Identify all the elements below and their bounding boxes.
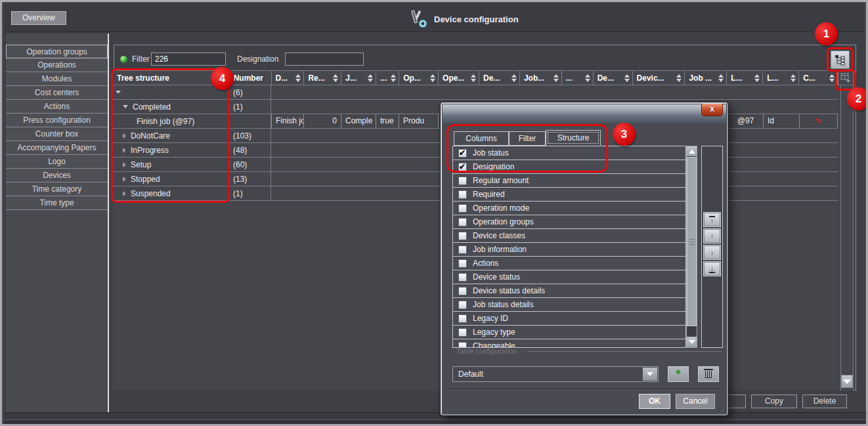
list-scroll-up-button[interactable]: [687, 146, 697, 156]
table-configuration-select[interactable]: Default: [452, 366, 659, 382]
column-checkbox-row[interactable]: Legacy type: [453, 326, 685, 339]
sidebar-item-label: Devices: [43, 171, 71, 180]
sidebar-item[interactable]: Actions: [6, 100, 108, 114]
checkbox[interactable]: [458, 245, 467, 254]
column-header[interactable]: C...: [799, 71, 837, 85]
delete-button[interactable]: Delete: [802, 394, 847, 408]
copy-button[interactable]: Copy: [751, 394, 797, 408]
column-checkbox-row[interactable]: Actions: [453, 257, 685, 270]
sidebar-item-label: Operation groups: [26, 47, 87, 56]
checkbox[interactable]: [458, 273, 467, 282]
move-to-top-button[interactable]: ↑: [704, 213, 720, 226]
dialog-close-button[interactable]: x: [701, 104, 723, 116]
checkbox[interactable]: [458, 204, 467, 213]
sort-icon[interactable]: [585, 74, 590, 82]
column-header[interactable]: Number: [230, 71, 272, 85]
move-to-bottom-button[interactable]: ↓: [704, 262, 720, 276]
column-checkbox-row[interactable]: Required: [453, 188, 685, 202]
number-cell: (13): [229, 172, 271, 186]
sidebar-item[interactable]: Accompanying Papers: [6, 141, 108, 155]
column-header[interactable]: J...: [341, 71, 376, 85]
sort-icon[interactable]: [829, 74, 835, 82]
checkbox-label: Legacy type: [473, 328, 515, 337]
designation-input[interactable]: [285, 53, 364, 66]
sort-icon[interactable]: [368, 74, 373, 82]
sidebar-item[interactable]: Modules: [6, 72, 108, 86]
sort-icon[interactable]: [511, 74, 517, 82]
column-header[interactable]: Job ...: [685, 71, 727, 85]
checkbox[interactable]: [458, 301, 467, 309]
list-scroll-thumb[interactable]: [687, 157, 697, 326]
sidebar-item-label: Modules: [42, 74, 72, 83]
sort-icon[interactable]: [430, 74, 435, 82]
save-configuration-button[interactable]: *: [668, 366, 689, 382]
sidebar-item[interactable]: Press configuration: [6, 114, 108, 127]
sort-icon[interactable]: [791, 74, 796, 82]
sidebar-item[interactable]: Devices: [6, 169, 108, 182]
sidebar-item[interactable]: Cost centers: [6, 86, 108, 100]
sort-icon[interactable]: [718, 74, 724, 82]
sort-icon[interactable]: [295, 74, 301, 82]
sort-icon[interactable]: [391, 74, 396, 82]
cancel-button[interactable]: Cancel: [676, 394, 715, 409]
table-vertical-scrollbar[interactable]: [840, 85, 854, 391]
delete-configuration-button[interactable]: [698, 366, 719, 382]
move-up-button[interactable]: ↑: [704, 229, 720, 243]
overview-button[interactable]: Overview: [11, 11, 66, 25]
column-checkbox-row[interactable]: Operation groups: [453, 215, 685, 229]
ok-button[interactable]: OK: [639, 394, 670, 409]
column-checkbox-row[interactable]: Legacy ID: [453, 312, 685, 326]
column-header[interactable]: Op...: [399, 71, 439, 85]
table-scroll-down-button[interactable]: [841, 375, 853, 388]
column-header[interactable]: Re...: [304, 71, 341, 85]
sidebar-item[interactable]: Logo: [6, 155, 108, 169]
sort-icon[interactable]: [624, 74, 630, 82]
column-checkbox-row[interactable]: Job status details: [453, 298, 685, 312]
list-scroll-down-button[interactable]: [687, 337, 697, 347]
sidebar-item[interactable]: Time category: [6, 182, 108, 196]
sort-icon[interactable]: [471, 74, 476, 82]
dialog-titlebar[interactable]: [443, 104, 726, 123]
checkbox-label: Legacy ID: [473, 314, 508, 323]
column-header[interactable]: ...: [562, 71, 594, 85]
cell-legacy-id: @97: [727, 114, 764, 128]
column-checkbox-row[interactable]: Regular amount: [453, 174, 685, 188]
filter-input[interactable]: [151, 53, 226, 66]
sort-icon[interactable]: [754, 74, 760, 82]
sidebar-item[interactable]: Operations: [6, 58, 108, 72]
dialog-list-scrollbar[interactable]: [686, 146, 697, 348]
sort-icon[interactable]: [553, 74, 559, 82]
column-header[interactable]: Ope...: [439, 71, 479, 85]
checkbox[interactable]: [458, 190, 467, 199]
column-checkbox-row[interactable]: Job information: [453, 243, 685, 257]
sidebar-item[interactable]: Operation groups: [6, 45, 108, 58]
sidebar-item[interactable]: Time type: [6, 196, 108, 210]
column-checkbox-row[interactable]: Operation mode: [453, 202, 685, 215]
column-header[interactable]: De...: [479, 71, 520, 85]
column-header[interactable]: D...: [272, 71, 305, 85]
column-header[interactable]: Job...: [520, 71, 562, 85]
sidebar-item-label: Time category: [32, 184, 82, 194]
sort-icon[interactable]: [676, 74, 682, 82]
checkbox[interactable]: [458, 259, 467, 268]
sidebar-item[interactable]: Counter box: [6, 127, 108, 141]
column-checkbox-row[interactable]: Device status details: [453, 284, 685, 298]
checkbox[interactable]: [458, 218, 467, 226]
column-checkbox-row[interactable]: Device classes: [453, 229, 685, 243]
column-checkbox-list: Job status Designation Regular amount Re…: [452, 146, 686, 348]
column-header[interactable]: Devic...: [633, 71, 685, 85]
column-checkbox-row[interactable]: Device status: [453, 270, 685, 284]
column-header[interactable]: L...: [763, 71, 799, 85]
column-header[interactable]: ...: [376, 71, 399, 85]
column-header-label: ...: [380, 74, 387, 83]
sort-icon[interactable]: [333, 74, 338, 82]
checkbox[interactable]: [458, 177, 467, 185]
column-header[interactable]: L...: [727, 71, 763, 85]
column-header[interactable]: De...: [594, 71, 633, 85]
checkbox[interactable]: [458, 314, 467, 323]
checkbox[interactable]: [458, 328, 467, 337]
combo-dropdown-button[interactable]: [643, 368, 657, 381]
move-down-button[interactable]: ↓: [704, 245, 720, 259]
checkbox[interactable]: [458, 232, 467, 240]
checkbox[interactable]: [458, 287, 467, 295]
